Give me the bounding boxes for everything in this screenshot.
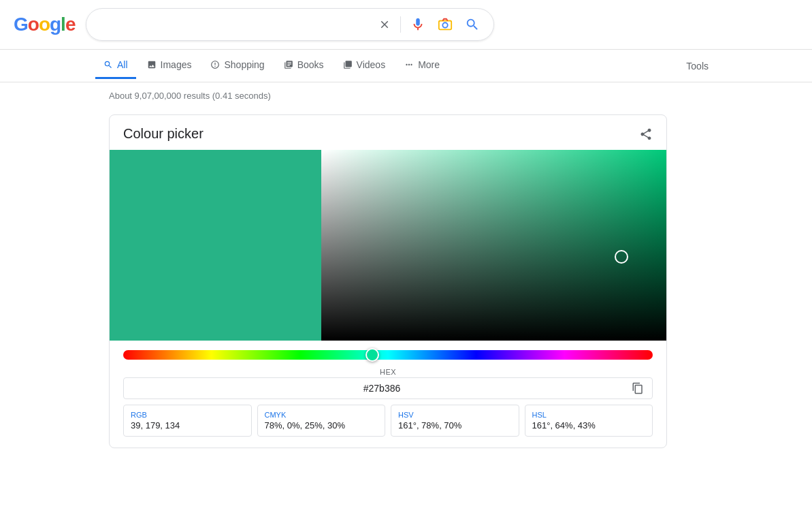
header: Google color picker xyxy=(0,0,812,50)
tab-all[interactable]: All xyxy=(95,52,136,79)
shopping-tab-icon xyxy=(210,60,220,69)
rgb-label: RGB xyxy=(131,411,244,419)
nav-tabs: All Images Shopping Books Videos More To… xyxy=(0,50,812,82)
share-icon xyxy=(639,127,653,141)
copy-button[interactable] xyxy=(632,382,644,394)
color-preview xyxy=(110,150,321,341)
image-search-button[interactable] xyxy=(435,14,455,35)
rgb-value-box[interactable]: RGB 39, 179, 134 xyxy=(123,405,252,437)
hsv-label: HSV xyxy=(398,411,512,419)
google-logo: Google xyxy=(14,14,75,35)
card-title: Colour picker xyxy=(123,126,204,142)
tab-books-label: Books xyxy=(297,59,324,70)
search-icons xyxy=(376,14,483,35)
cmyk-value-box[interactable]: CMYK 78%, 0%, 25%, 30% xyxy=(257,405,386,437)
hue-slider-section xyxy=(110,341,666,365)
hsl-label: HSL xyxy=(532,411,646,419)
search-icon xyxy=(465,17,480,32)
tab-shopping-label: Shopping xyxy=(224,59,264,70)
hsv-data: 161°, 78%, 70% xyxy=(398,420,512,431)
cmyk-data: 78%, 0%, 25%, 30% xyxy=(265,420,378,431)
more-tab-icon xyxy=(404,60,414,69)
tab-more-label: More xyxy=(418,59,440,70)
values-row: RGB 39, 179, 134 CMYK 78%, 0%, 25%, 30% … xyxy=(110,405,666,448)
voice-search-button[interactable] xyxy=(408,14,428,35)
tab-all-label: All xyxy=(117,59,128,70)
search-bar: color picker xyxy=(86,8,494,41)
hsl-data: 161°, 64%, 43% xyxy=(532,420,646,431)
clear-button[interactable] xyxy=(376,16,393,33)
svg-point-1 xyxy=(443,22,448,27)
rgb-data: 39, 179, 134 xyxy=(131,420,244,431)
hue-slider-track[interactable] xyxy=(123,350,653,360)
mic-icon xyxy=(410,17,425,32)
results-count: About 9,07,00,000 results (0.41 seconds) xyxy=(0,82,812,109)
hex-value[interactable]: #27b386 xyxy=(132,383,632,394)
divider xyxy=(400,16,401,33)
hex-label: HEX xyxy=(123,368,653,376)
image-tab-icon xyxy=(147,60,157,69)
tools-button[interactable]: Tools xyxy=(678,54,717,78)
hsl-value-box[interactable]: HSL 161°, 64%, 43% xyxy=(525,405,653,437)
hex-input-row: #27b386 xyxy=(123,377,653,399)
tab-images-label: Images xyxy=(161,59,192,70)
videos-tab-icon xyxy=(343,60,353,69)
share-button[interactable] xyxy=(639,127,653,141)
color-picker-card: Colour picker HEX #27b386 xyxy=(109,114,667,448)
color-picker-area[interactable] xyxy=(110,150,666,341)
books-tab-icon xyxy=(284,60,293,69)
tab-videos-label: Videos xyxy=(357,59,386,70)
hex-section: HEX #27b386 xyxy=(110,365,666,405)
tab-shopping[interactable]: Shopping xyxy=(202,52,272,79)
close-icon xyxy=(378,18,391,31)
camera-icon xyxy=(438,17,453,32)
cmyk-label: CMYK xyxy=(265,411,378,419)
tab-more[interactable]: More xyxy=(396,52,448,79)
tab-images[interactable]: Images xyxy=(139,52,200,79)
hue-thumb[interactable] xyxy=(366,348,379,362)
copy-icon xyxy=(632,382,644,394)
search-input[interactable]: color picker xyxy=(97,18,368,31)
card-header: Colour picker xyxy=(110,115,666,150)
tab-videos[interactable]: Videos xyxy=(335,52,394,79)
search-tab-icon xyxy=(103,60,113,69)
gradient-to-black xyxy=(321,150,666,341)
color-gradient[interactable] xyxy=(321,150,666,341)
hsv-value-box[interactable]: HSV 161°, 78%, 70% xyxy=(391,405,519,437)
search-button[interactable] xyxy=(462,14,483,35)
tab-books[interactable]: Books xyxy=(276,52,332,79)
